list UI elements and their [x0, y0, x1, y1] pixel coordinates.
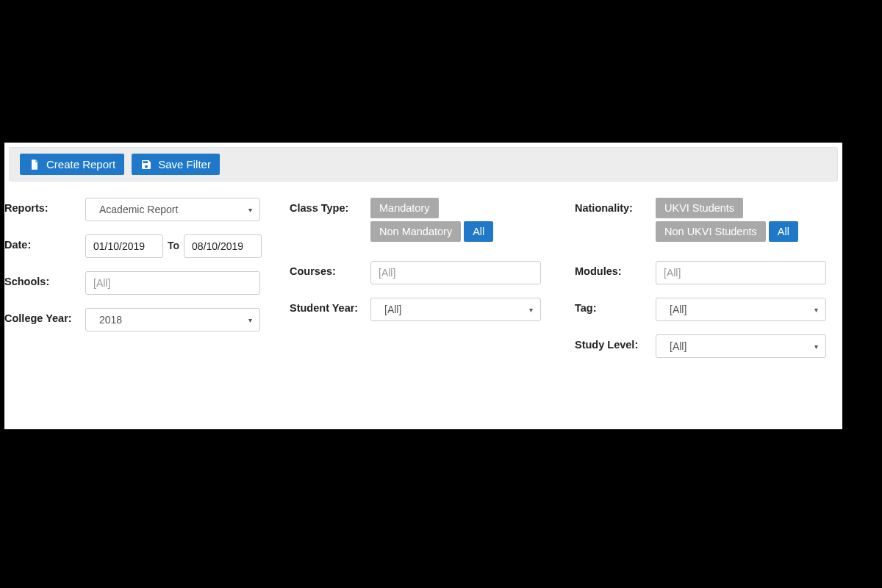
class-type-mandatory[interactable]: Mandatory — [370, 198, 439, 218]
student-year-select[interactable]: [All] — [370, 298, 541, 321]
tag-row: Tag: [All] — [575, 298, 839, 321]
college-year-row: College Year: 2018 — [4, 308, 290, 331]
college-year-value: 2018 — [99, 314, 122, 326]
student-year-value: [All] — [384, 304, 401, 315]
courses-row: Courses: [All] — [290, 261, 575, 284]
study-level-row: Study Level: [All] — [575, 334, 839, 358]
nationality-non-ukvi[interactable]: Non UKVI Students — [656, 221, 766, 242]
modules-value: [All] — [664, 267, 681, 279]
nationality-all[interactable]: All — [769, 221, 798, 242]
college-year-select[interactable]: 2018 — [85, 308, 260, 331]
modules-input[interactable]: [All] — [656, 261, 826, 284]
modules-row: Modules: [All] — [575, 261, 839, 284]
class-type-non-mandatory[interactable]: Non Mandatory — [370, 221, 461, 242]
tag-select[interactable]: [All] — [656, 298, 826, 321]
tag-value: [All] — [670, 304, 686, 315]
study-level-label: Study Level: — [575, 334, 656, 351]
date-label: Date: — [4, 234, 85, 251]
modules-label: Modules: — [575, 261, 656, 277]
reports-row: Reports: Academic Report — [4, 198, 290, 221]
document-icon — [29, 159, 40, 171]
nationality-label: Nationality: — [575, 198, 656, 214]
class-type-segmented: Mandatory Non Mandatory All — [370, 198, 547, 242]
class-type-all[interactable]: All — [464, 221, 493, 242]
date-to-value: 08/10/2019 — [192, 240, 243, 252]
class-type-row: Class Type: Mandatory Non Mandatory All — [290, 198, 575, 242]
class-type-label: Class Type: — [290, 198, 370, 214]
filters-col-1: Reports: Academic Report Date: 01/10/201… — [4, 198, 290, 371]
date-row: Date: 01/10/2019 To 08/10/2019 — [4, 234, 290, 258]
student-year-label: Student Year: — [290, 298, 370, 314]
schools-row: Schools: [All] — [4, 271, 290, 295]
nationality-segmented: UKVI Students Non UKVI Students All — [656, 198, 832, 242]
schools-input[interactable]: [All] — [85, 271, 260, 295]
reports-select[interactable]: Academic Report — [85, 198, 260, 221]
date-from-value: 01/10/2019 — [93, 240, 145, 252]
save-icon — [140, 159, 152, 171]
student-year-row: Student Year: [All] — [290, 298, 575, 321]
filters-col-3: Nationality: UKVI Students Non UKVI Stud… — [575, 198, 839, 371]
study-level-value: [All] — [670, 340, 686, 352]
save-filter-button[interactable]: Save Filter — [132, 154, 220, 175]
tag-label: Tag: — [575, 298, 656, 314]
nationality-ukvi[interactable]: UKVI Students — [656, 198, 743, 218]
create-report-label: Create Report — [46, 158, 115, 171]
save-filter-label: Save Filter — [158, 158, 211, 171]
date-to-label: To — [163, 234, 184, 251]
toolbar: Create Report Save Filter — [9, 147, 838, 182]
reports-value: Academic Report — [99, 204, 178, 215]
courses-input[interactable]: [All] — [370, 261, 541, 284]
nationality-row: Nationality: UKVI Students Non UKVI Stud… — [575, 198, 839, 242]
college-year-label: College Year: — [4, 308, 85, 324]
study-level-select[interactable]: [All] — [656, 334, 826, 358]
schools-value: [All] — [93, 277, 110, 289]
reports-label: Reports: — [4, 198, 85, 214]
report-filter-panel: Create Report Save Filter Reports: Acade… — [4, 143, 842, 429]
date-from-input[interactable]: 01/10/2019 — [85, 234, 163, 258]
date-to-input[interactable]: 08/10/2019 — [184, 234, 262, 258]
filters-col-2: Class Type: Mandatory Non Mandatory All … — [290, 198, 575, 371]
schools-label: Schools: — [4, 271, 85, 287]
create-report-button[interactable]: Create Report — [20, 154, 124, 175]
courses-label: Courses: — [290, 261, 370, 277]
courses-value: [All] — [379, 267, 395, 279]
filters-area: Reports: Academic Report Date: 01/10/201… — [4, 182, 842, 371]
